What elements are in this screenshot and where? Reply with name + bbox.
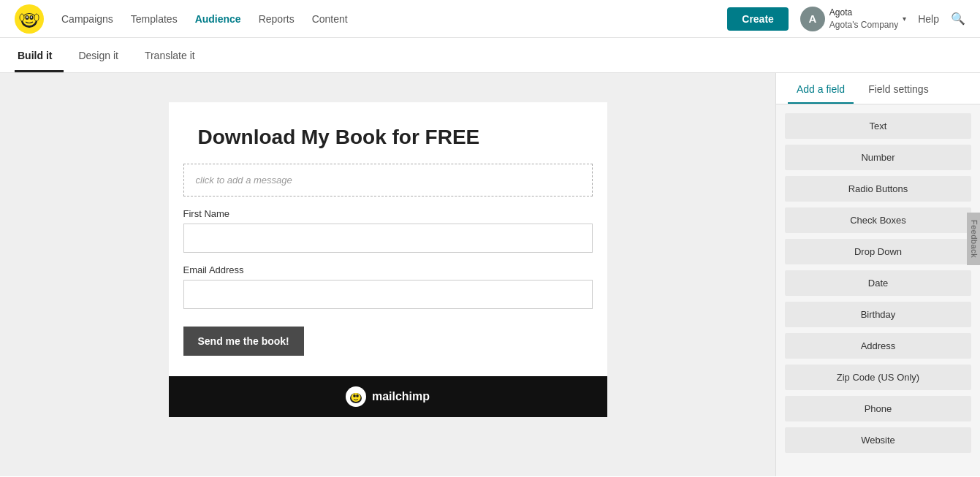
svg-point-13 [356, 394, 359, 397]
field-item-birthday[interactable]: Birthday [785, 302, 971, 327]
form-title: Download My Book for FREE [198, 126, 578, 149]
field-item-dropdown[interactable]: Drop Down [785, 239, 971, 264]
field-list: Text Number Radio Buttons Check Boxes Dr… [776, 104, 980, 462]
sub-nav: Build it Design it Translate it [0, 38, 980, 73]
create-button[interactable]: Create [727, 7, 789, 31]
first-name-label: First Name [183, 208, 593, 219]
field-item-radio[interactable]: Radio Buttons [785, 176, 971, 202]
feedback-tab[interactable]: Feedback [967, 212, 980, 264]
nav-content[interactable]: Content [312, 10, 348, 28]
tab-design-it[interactable]: Design it [75, 38, 129, 72]
nav-reports[interactable]: Reports [259, 10, 295, 28]
chevron-down-icon: ▾ [903, 15, 906, 23]
field-item-number[interactable]: Number [785, 145, 971, 170]
form-area: Download My Book for FREE click to add a… [0, 73, 775, 476]
top-nav: Campaigns Templates Audience Reports Con… [0, 0, 980, 38]
email-field: Email Address [183, 264, 593, 309]
field-item-text[interactable]: Text [785, 113, 971, 139]
search-icon[interactable]: 🔍 [951, 12, 965, 26]
user-dropdown[interactable]: A Agota Agota's Company ▾ [800, 7, 906, 31]
message-placeholder: click to add a message [196, 175, 292, 186]
form-container: Download My Book for FREE click to add a… [169, 102, 607, 417]
mailchimp-label: mailchimp [372, 390, 430, 403]
main-layout: Download My Book for FREE click to add a… [0, 73, 980, 476]
tab-field-settings[interactable]: Field settings [859, 73, 937, 104]
tab-build-it[interactable]: Build it [15, 38, 64, 72]
first-name-input[interactable] [183, 224, 593, 253]
help-link[interactable]: Help [918, 13, 939, 25]
submit-button[interactable]: Send me the book! [183, 327, 304, 356]
mailchimp-icon [346, 386, 366, 407]
svg-point-6 [31, 16, 32, 18]
email-label: Email Address [183, 264, 593, 275]
field-item-date[interactable]: Date [785, 270, 971, 296]
tab-translate-it[interactable]: Translate it [142, 38, 207, 72]
avatar: A [800, 7, 825, 31]
svg-point-7 [20, 14, 24, 21]
svg-point-5 [26, 16, 28, 18]
logo[interactable] [15, 4, 44, 34]
svg-point-8 [34, 14, 39, 21]
user-company: Agota's Company [829, 19, 898, 31]
user-name: Agota [829, 7, 898, 19]
svg-point-12 [353, 394, 356, 397]
email-input[interactable] [183, 280, 593, 309]
form-header: Download My Book for FREE [169, 102, 607, 164]
user-info: Agota Agota's Company [829, 7, 898, 31]
message-box[interactable]: click to add a message [183, 164, 593, 196]
field-item-address[interactable]: Address [785, 333, 971, 359]
right-panel-tabs: Add a field Field settings [776, 73, 980, 104]
mailchimp-footer: mailchimp [169, 376, 607, 417]
nav-audience[interactable]: Audience [195, 10, 241, 28]
first-name-field: First Name [183, 208, 593, 253]
nav-links: Campaigns Templates Audience Reports Con… [61, 10, 727, 28]
field-item-website[interactable]: Website [785, 427, 971, 453]
tab-add-field[interactable]: Add a field [788, 73, 854, 104]
nav-templates[interactable]: Templates [131, 10, 178, 28]
field-item-phone[interactable]: Phone [785, 396, 971, 421]
nav-campaigns[interactable]: Campaigns [61, 10, 113, 28]
field-item-zipcode[interactable]: Zip Code (US Only) [785, 365, 971, 390]
form-body: click to add a message First Name Email … [169, 164, 607, 370]
field-item-checkboxes[interactable]: Check Boxes [785, 207, 971, 233]
nav-right: Create A Agota Agota's Company ▾ Help 🔍 [727, 7, 965, 31]
svg-point-2 [23, 14, 36, 26]
mailchimp-logo: mailchimp [346, 386, 430, 407]
right-panel: Add a field Field settings Text Number R… [775, 73, 980, 476]
